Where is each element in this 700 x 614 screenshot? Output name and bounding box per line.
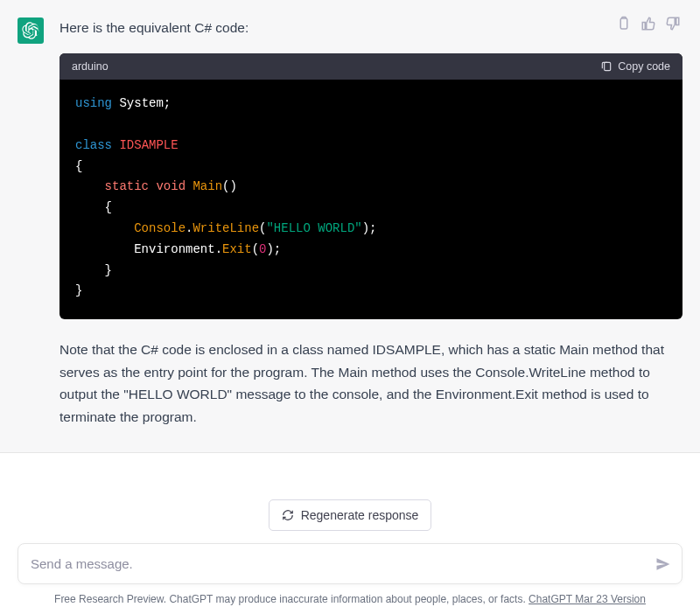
thumbs-down-icon [665, 16, 681, 31]
code-block: arduino Copy code using System; class ID… [60, 53, 682, 319]
thumbs-down-button[interactable] [665, 16, 681, 31]
send-button[interactable] [654, 555, 672, 573]
thumbs-up-button[interactable] [640, 16, 656, 31]
clipboard-icon [600, 60, 612, 73]
openai-logo-icon [22, 22, 39, 39]
message-input[interactable] [18, 543, 682, 584]
code-language: arduino [72, 60, 108, 73]
input-row [18, 543, 682, 584]
clipboard-icon [616, 16, 632, 31]
version-link[interactable]: ChatGPT Mar 23 Version [528, 593, 646, 605]
send-icon [654, 555, 672, 573]
footer-preview: Free Research Preview. ChatGPT may produ… [54, 593, 528, 605]
code-body: using System; class IDSAMPLE { static vo… [60, 80, 682, 319]
regenerate-button[interactable]: Regenerate response [269, 499, 432, 531]
copy-code-button[interactable]: Copy code [600, 60, 670, 73]
clipboard-button[interactable] [616, 16, 632, 31]
bottom-area: Regenerate response Free Research Previe… [0, 484, 700, 614]
svg-rect-1 [620, 18, 627, 29]
assistant-avatar [18, 17, 44, 44]
svg-rect-0 [605, 63, 611, 71]
refresh-icon [282, 509, 294, 521]
feedback-buttons [616, 16, 681, 31]
footer-text: Free Research Preview. ChatGPT may produ… [18, 593, 682, 605]
explanation-text: Note that the C# code is enclosed in a c… [60, 338, 682, 428]
assistant-message: Here is the equivalent C# code: arduino … [0, 0, 700, 453]
message-content: Here is the equivalent C# code: arduino … [60, 17, 682, 428]
copy-code-label: Copy code [618, 60, 670, 73]
intro-text: Here is the equivalent C# code: [60, 17, 682, 38]
code-header: arduino Copy code [60, 53, 682, 80]
thumbs-up-icon [640, 16, 656, 31]
regenerate-label: Regenerate response [301, 508, 419, 522]
